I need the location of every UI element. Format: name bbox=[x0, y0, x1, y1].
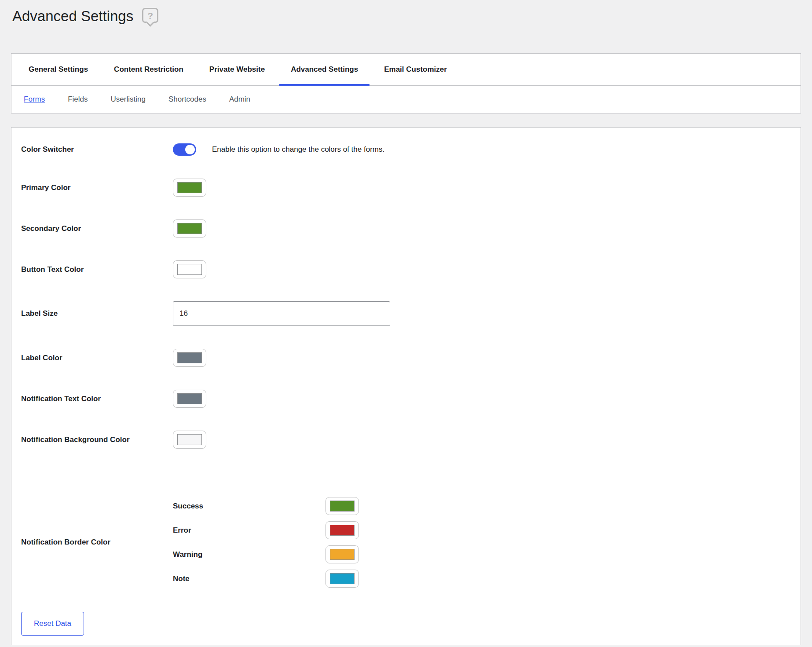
border-success-row: Success bbox=[173, 497, 359, 515]
page: Advanced Settings ? General Settings Con… bbox=[0, 0, 812, 645]
tab-content-restriction[interactable]: Content Restriction bbox=[102, 54, 195, 85]
notification-background-color-value bbox=[177, 434, 202, 445]
secondary-color-row: Secondary Color bbox=[21, 219, 791, 238]
border-success-swatch[interactable] bbox=[326, 497, 359, 515]
border-warning-row: Warning bbox=[173, 545, 359, 563]
color-switcher-description: Enable this option to change the colors … bbox=[212, 145, 384, 154]
label-size-label: Label Size bbox=[21, 309, 173, 318]
notification-text-color-swatch[interactable] bbox=[173, 390, 206, 408]
border-error-value bbox=[330, 525, 355, 536]
border-error-row: Error bbox=[173, 521, 359, 539]
subnav-item-userlisting[interactable]: Userlisting bbox=[111, 95, 146, 104]
tab-private-website[interactable]: Private Website bbox=[198, 54, 276, 85]
border-error-swatch[interactable] bbox=[326, 521, 359, 539]
label-color-row: Label Color bbox=[21, 349, 791, 367]
color-switcher-toggle[interactable] bbox=[173, 143, 196, 156]
primary-color-row: Primary Color bbox=[21, 179, 791, 197]
subnav-item-fields[interactable]: Fields bbox=[68, 95, 88, 104]
secondary-color-label: Secondary Color bbox=[21, 224, 173, 233]
subnav-item-admin[interactable]: Admin bbox=[229, 95, 250, 104]
subnav-item-shortcodes[interactable]: Shortcodes bbox=[168, 95, 206, 104]
label-color-label: Label Color bbox=[21, 354, 173, 362]
notification-border-color-label: Notification Border Color bbox=[21, 538, 173, 547]
border-warning-value bbox=[330, 549, 355, 560]
subnav: Forms Fields Userlisting Shortcodes Admi… bbox=[11, 86, 801, 113]
tab-email-customizer[interactable]: Email Customizer bbox=[373, 54, 458, 85]
border-note-value bbox=[330, 573, 355, 584]
border-success-label: Success bbox=[173, 502, 326, 511]
notification-border-color-row: Notification Border Color Success Error … bbox=[21, 497, 791, 588]
button-text-color-swatch[interactable] bbox=[173, 260, 206, 278]
toggle-knob bbox=[185, 145, 195, 154]
color-switcher-row: Color Switcher Enable this option to cha… bbox=[21, 143, 791, 156]
label-color-swatch[interactable] bbox=[173, 349, 206, 367]
primary-color-value bbox=[177, 182, 202, 193]
settings-nav-card: General Settings Content Restriction Pri… bbox=[11, 53, 801, 113]
notification-border-color-options: Success Error Warning bbox=[173, 497, 359, 588]
label-color-value bbox=[177, 352, 202, 363]
button-text-color-label: Button Text Color bbox=[21, 265, 173, 274]
notification-background-color-swatch[interactable] bbox=[173, 431, 206, 449]
primary-color-swatch[interactable] bbox=[173, 179, 206, 197]
border-note-row: Note bbox=[173, 570, 359, 588]
notification-text-color-label: Notification Text Color bbox=[21, 395, 173, 403]
reset-data-button[interactable]: Reset Data bbox=[21, 612, 84, 636]
button-text-color-row: Button Text Color bbox=[21, 260, 791, 278]
border-error-label: Error bbox=[173, 526, 326, 535]
notification-text-color-value bbox=[177, 393, 202, 404]
tab-bar: General Settings Content Restriction Pri… bbox=[11, 54, 801, 86]
primary-color-label: Primary Color bbox=[21, 183, 173, 192]
notification-background-color-label: Notification Background Color bbox=[21, 435, 173, 444]
secondary-color-swatch[interactable] bbox=[173, 219, 206, 238]
button-text-color-value bbox=[177, 264, 202, 275]
page-header: Advanced Settings ? bbox=[0, 0, 812, 26]
color-switcher-label: Color Switcher bbox=[21, 145, 173, 154]
tab-general-settings[interactable]: General Settings bbox=[17, 54, 99, 85]
page-title: Advanced Settings bbox=[12, 6, 133, 26]
border-note-label: Note bbox=[173, 574, 326, 583]
notification-background-color-row: Notification Background Color bbox=[21, 431, 791, 449]
secondary-color-value bbox=[177, 223, 202, 234]
tab-advanced-settings[interactable]: Advanced Settings bbox=[279, 54, 369, 85]
border-warning-swatch[interactable] bbox=[326, 545, 359, 563]
border-success-value bbox=[330, 501, 355, 512]
notification-text-color-row: Notification Text Color bbox=[21, 390, 791, 408]
label-size-row: Label Size bbox=[21, 301, 791, 326]
subnav-item-forms[interactable]: Forms bbox=[24, 95, 45, 104]
label-size-input[interactable] bbox=[173, 301, 390, 326]
help-icon[interactable]: ? bbox=[142, 8, 158, 23]
border-warning-label: Warning bbox=[173, 550, 326, 559]
border-note-swatch[interactable] bbox=[326, 570, 359, 588]
settings-panel: Color Switcher Enable this option to cha… bbox=[11, 127, 801, 645]
